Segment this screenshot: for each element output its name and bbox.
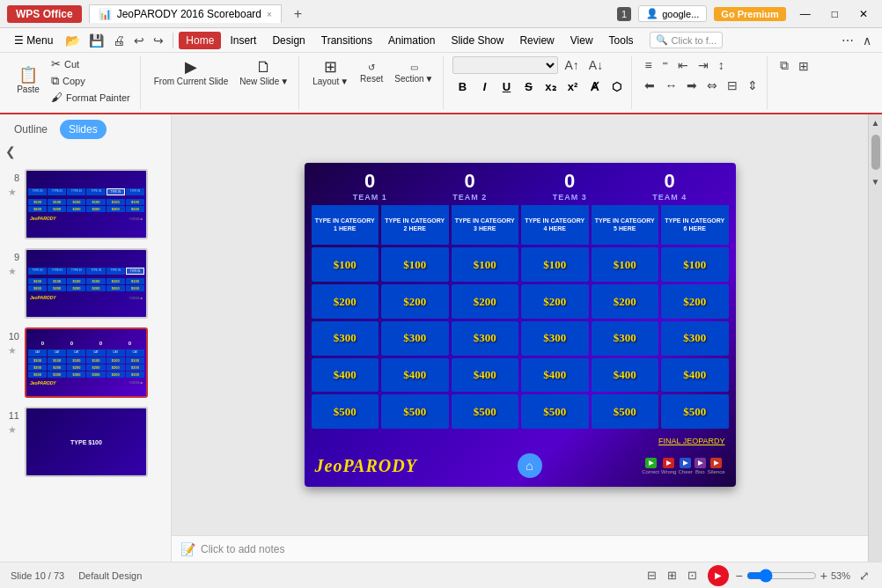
copy-button[interactable]: ⧉ Copy (47, 73, 135, 88)
close-window-button[interactable]: ✕ (852, 6, 875, 22)
format-painter-button[interactable]: 🖌 Format Painter (47, 90, 135, 105)
money-cell-r0-c4[interactable]: $100 (592, 247, 659, 282)
sound-correct-button[interactable]: ▶ (645, 458, 657, 468)
category-cell-2[interactable]: TYPE IN CATEGORY 2 HERE (381, 205, 449, 245)
slide-thumbnail-9[interactable]: TYPE IN TYPE IN TYPE IN TYPE IN TYPE IN … (25, 248, 148, 319)
search-box[interactable]: 🔍 Click to f... (650, 32, 723, 48)
align-left-button[interactable]: ⬅ (641, 77, 658, 94)
document-tab[interactable]: 📊 JeoPARODY 2016 Scoreboard × (89, 4, 282, 23)
category-cell-4[interactable]: TYPE IN CATEGORY 4 HERE (521, 205, 589, 245)
money-cell-r3-c5[interactable]: $400 (661, 358, 729, 393)
sound-boo-button[interactable]: ▶ (695, 458, 706, 468)
money-cell-r2-c1[interactable]: $300 (381, 321, 449, 356)
money-cell-r2-c4[interactable]: $300 (592, 321, 659, 356)
money-cell-r3-c3[interactable]: $400 (521, 358, 589, 393)
slide-thumbnail-10[interactable]: 0 0 0 0 CATCATCATCATCATCAT $100$100$100$… (25, 327, 148, 398)
account-button[interactable]: 👤 google... (638, 5, 707, 22)
save-button[interactable]: 💾 (85, 32, 107, 49)
wps-office-button[interactable]: WPS Office (7, 5, 82, 23)
bold-button[interactable]: B (452, 77, 472, 96)
print-button[interactable]: 🖨 (109, 32, 129, 49)
zoom-slider[interactable] (746, 569, 817, 583)
money-cell-r0-c3[interactable]: $100 (521, 247, 589, 282)
undo-button[interactable]: ↩ (130, 32, 148, 49)
money-cell-r0-c0[interactable]: $100 (312, 247, 379, 282)
align-right-button[interactable]: ➡ (683, 77, 701, 94)
close-tab-button[interactable]: × (267, 10, 272, 19)
play-button[interactable]: ▶ (708, 565, 729, 586)
from-current-slide-button[interactable]: ▶ From Current Slide (150, 56, 232, 89)
money-cell-r1-c1[interactable]: $200 (381, 284, 449, 319)
tab-home[interactable]: Home (179, 32, 221, 49)
tab-slideshow[interactable]: Slide Show (444, 32, 511, 49)
scroll-thumb[interactable] (871, 135, 880, 170)
tab-transitions[interactable]: Transitions (314, 32, 379, 49)
layout-button[interactable]: ⊞ Layout ▼ (308, 56, 353, 89)
add-tab-button[interactable]: + (289, 6, 307, 22)
tab-review[interactable]: Review (512, 32, 561, 49)
italic-button[interactable]: I (474, 77, 494, 96)
zoom-out-button[interactable]: − (736, 569, 743, 583)
section-button[interactable]: ▭ Section ▼ (390, 60, 437, 86)
money-cell-r1-c0[interactable]: $200 (312, 284, 379, 319)
tab-design[interactable]: Design (265, 32, 312, 49)
cut-button[interactable]: ✂ Cut (47, 56, 135, 71)
line-spacing-button[interactable]: ↕ (715, 56, 728, 74)
slide-thumbnail-8[interactable]: TYPE IN TYPE IN TYPE IN TYPE IN TYPE IN … (25, 169, 148, 239)
numbering-button[interactable]: ⁼ (658, 56, 672, 74)
text-direction-button[interactable]: ⇕ (744, 77, 761, 94)
align-justify-button[interactable]: ⇔ (703, 77, 721, 94)
money-cell-r0-c1[interactable]: $100 (381, 247, 449, 282)
money-cell-r4-c0[interactable]: $500 (312, 394, 379, 429)
paste-button[interactable]: 📋 Paste (12, 64, 44, 97)
money-cell-r2-c2[interactable]: $300 (452, 321, 519, 356)
money-cell-r1-c5[interactable]: $200 (661, 284, 729, 319)
sound-silence-button[interactable]: ▶ (710, 458, 722, 468)
clear-format-button[interactable]: Ⱥ (584, 77, 604, 96)
category-cell-6[interactable]: TYPE IN CATEGORY 6 HERE (661, 205, 729, 245)
sound-cheer-button[interactable]: ▶ (680, 458, 691, 468)
money-cell-r2-c5[interactable]: $300 (661, 321, 729, 356)
font-size-increase-button[interactable]: A↑ (561, 56, 582, 74)
slide-sorter-button[interactable]: ⊞ (664, 567, 680, 584)
strikethrough-button[interactable]: S (518, 77, 538, 96)
scroll-up-button[interactable]: ▲ (870, 114, 882, 131)
reset-button[interactable]: ↺ Reset (356, 60, 387, 86)
fit-page-button[interactable]: ⤢ (857, 567, 871, 584)
money-cell-r3-c4[interactable]: $400 (592, 358, 659, 393)
money-cell-r4-c4[interactable]: $500 (592, 394, 659, 429)
money-cell-r2-c3[interactable]: $300 (521, 321, 589, 356)
quick-styles-button[interactable]: ⊞ (795, 57, 812, 75)
premium-button[interactable]: Go Premium (714, 7, 785, 21)
arrange-button[interactable]: ⧉ (776, 56, 792, 75)
more-options-button[interactable]: ⋯ (838, 32, 857, 49)
money-cell-r4-c3[interactable]: $500 (521, 394, 589, 429)
tab-outline[interactable]: Outline (5, 120, 56, 139)
zoom-in-button[interactable]: + (820, 569, 827, 583)
slide-thumbnail-11[interactable]: TYPE $100 (25, 407, 148, 477)
align-center-button[interactable]: ↔ (661, 77, 680, 94)
indent-decrease-button[interactable]: ⇤ (674, 56, 692, 74)
font-size-decrease-button[interactable]: A↓ (585, 56, 606, 74)
category-cell-1[interactable]: TYPE IN CATEGORY 1 HERE (312, 205, 379, 245)
money-cell-r1-c4[interactable]: $200 (592, 284, 659, 319)
bullets-button[interactable]: ≡ (641, 56, 655, 74)
font-family-select[interactable] (452, 56, 558, 74)
normal-view-button[interactable]: ⊟ (643, 567, 660, 584)
tab-slides[interactable]: Slides (60, 120, 107, 139)
final-jeopardy-link[interactable]: FINAL JEOPARDY (658, 437, 725, 445)
superscript-button[interactable]: x² (562, 77, 582, 96)
category-cell-5[interactable]: TYPE IN CATEGORY 5 HERE (592, 205, 659, 245)
section-dropdown-icon[interactable]: ▼ (425, 74, 434, 84)
indent-increase-button[interactable]: ⇥ (695, 56, 712, 74)
scroll-down-button[interactable]: ▼ (870, 173, 882, 190)
tab-view[interactable]: View (563, 32, 600, 49)
redo-button[interactable]: ↪ (150, 32, 167, 49)
maximize-button[interactable]: □ (825, 6, 845, 22)
tab-insert[interactable]: Insert (223, 32, 263, 49)
money-cell-r4-c2[interactable]: $500 (452, 394, 519, 429)
sound-wrong-button[interactable]: ▶ (663, 458, 674, 468)
subscript-button[interactable]: x₂ (540, 77, 560, 96)
nav-left-button[interactable]: ❮ (4, 143, 18, 160)
money-cell-r2-c0[interactable]: $300 (312, 321, 379, 356)
